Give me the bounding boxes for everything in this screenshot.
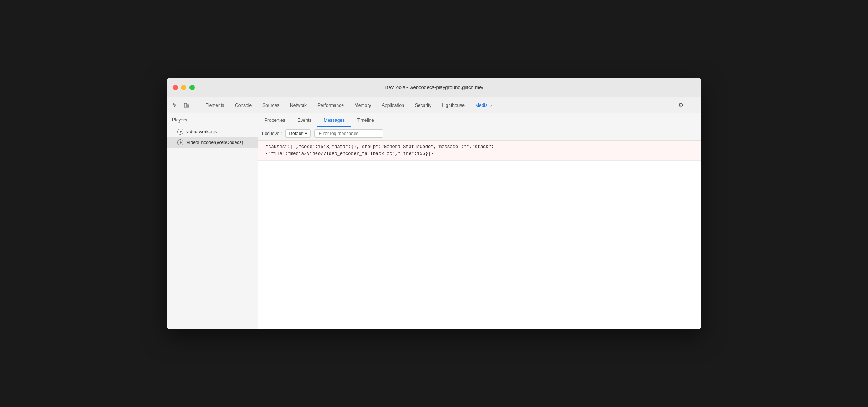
sub-tabs: Properties Events Messages Timeline	[258, 113, 701, 127]
devtools-window: DevTools - webcodecs-playground.glitch.m…	[167, 78, 701, 329]
message-line-1: {"causes":[],"code":1543,"data":{},"grou…	[263, 144, 697, 150]
svg-rect-0	[184, 103, 187, 107]
sidebar: Players video-worker.js VideoEncoder(Web…	[167, 113, 258, 329]
main-area: Players video-worker.js VideoEncoder(Web…	[167, 113, 701, 329]
sidebar-item-video-worker[interactable]: video-worker.js	[167, 126, 258, 137]
tab-media-close[interactable]: ×	[490, 103, 492, 108]
message-row: {"causes":[],"code":1543,"data":{},"grou…	[258, 141, 701, 161]
log-level-select[interactable]: Default ▾	[285, 129, 311, 138]
toolbar: Elements Console Sources Network Perform…	[167, 97, 701, 113]
toolbar-right: ⚙ ⋮	[675, 97, 698, 113]
messages-area: {"causes":[],"code":1543,"data":{},"grou…	[258, 141, 701, 329]
tab-sources[interactable]: Sources	[257, 98, 285, 113]
sub-tab-events[interactable]: Events	[291, 114, 318, 127]
sidebar-item-label: video-worker.js	[186, 129, 217, 134]
tab-memory[interactable]: Memory	[349, 98, 376, 113]
filter-bar: Log level: Default ▾	[258, 127, 701, 141]
inspector-icon[interactable]	[170, 100, 180, 111]
log-level-label: Log level:	[262, 131, 282, 136]
device-icon[interactable]	[181, 100, 192, 111]
toolbar-separator	[198, 100, 198, 110]
tab-performance[interactable]: Performance	[312, 98, 349, 113]
window-title: DevTools - webcodecs-playground.glitch.m…	[385, 84, 483, 90]
tab-lighthouse[interactable]: Lighthouse	[437, 98, 470, 113]
traffic-lights	[173, 85, 195, 90]
settings-icon[interactable]: ⚙	[675, 100, 686, 111]
sub-tab-properties[interactable]: Properties	[258, 114, 291, 127]
sub-tab-messages[interactable]: Messages	[317, 114, 351, 127]
content-area: Properties Events Messages Timeline Log …	[258, 113, 701, 329]
tab-console[interactable]: Console	[230, 98, 257, 113]
sidebar-header: Players	[167, 113, 258, 126]
more-icon[interactable]: ⋮	[688, 100, 698, 111]
minimize-button[interactable]	[181, 85, 186, 90]
sub-tab-timeline[interactable]: Timeline	[351, 114, 380, 127]
message-line-2: [{"file":"media/video/video_encoder_fall…	[263, 150, 697, 157]
tab-media[interactable]: Media ×	[470, 98, 498, 113]
sidebar-item-video-encoder[interactable]: VideoEncoder(WebCodecs)	[167, 137, 258, 148]
toolbar-icons	[170, 97, 192, 113]
play-icon	[177, 129, 183, 135]
tab-application[interactable]: Application	[376, 98, 410, 113]
toolbar-tabs: Elements Console Sources Network Perform…	[200, 97, 675, 113]
tab-elements[interactable]: Elements	[200, 98, 230, 113]
sidebar-item-label-2: VideoEncoder(WebCodecs)	[186, 140, 243, 145]
close-button[interactable]	[173, 85, 178, 90]
play-icon-2	[177, 139, 183, 145]
tab-network[interactable]: Network	[285, 98, 312, 113]
maximize-button[interactable]	[189, 85, 195, 90]
svg-rect-1	[187, 105, 189, 107]
filter-input[interactable]	[314, 129, 383, 138]
tab-security[interactable]: Security	[410, 98, 437, 113]
title-bar: DevTools - webcodecs-playground.glitch.m…	[167, 78, 701, 97]
